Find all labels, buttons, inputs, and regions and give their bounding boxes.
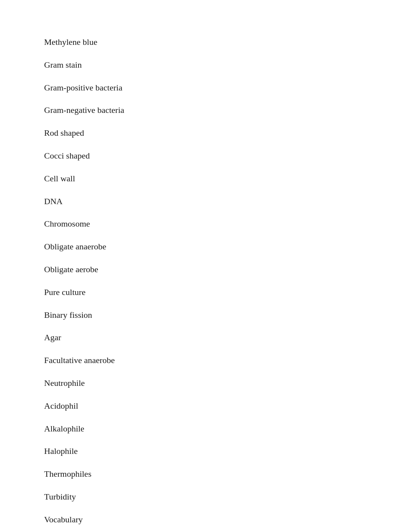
list-item-gram-negative-bacteria: Gram-negative bacteria [44, 99, 411, 122]
list-item-cell-wall: Cell wall [44, 167, 411, 190]
list-item-gram-stain: Gram stain [44, 54, 411, 77]
list-item-turbidity: Turbidity [44, 486, 411, 508]
list-item-obligate-anaerobe: Obligate anaerobe [44, 235, 411, 258]
list-item-gram-positive-bacteria: Gram-positive bacteria [44, 77, 411, 99]
list-item-chromosome: Chromosome [44, 213, 411, 235]
list-item-alkalophile: Alkalophile [44, 418, 411, 440]
list-item-dna: DNA [44, 190, 411, 213]
list-item-obligate-aerobe: Obligate aerobe [44, 258, 411, 281]
list-item-rod-shaped: Rod shaped [44, 122, 411, 145]
list-item-pure-culture: Pure culture [44, 281, 411, 304]
list-item-binary-fission: Binary fission [44, 304, 411, 327]
list-item-acidophil: Acidophil [44, 395, 411, 418]
list-item-thermophiles: Thermophiles [44, 463, 411, 486]
list-item-agar: Agar [44, 326, 411, 349]
vocabulary-list: Methylene blueGram stainGram-positive ba… [0, 0, 411, 532]
list-item-methylene-blue: Methylene blue [44, 31, 411, 54]
list-item-halophile: Halophile [44, 440, 411, 463]
list-item-vocabulary: Vocabulary [44, 508, 411, 531]
list-item-cocci-shaped: Cocci shaped [44, 145, 411, 167]
list-item-facultative-anaerobe: Facultative anaerobe [44, 349, 411, 372]
list-item-neutrophile: Neutrophile [44, 372, 411, 395]
